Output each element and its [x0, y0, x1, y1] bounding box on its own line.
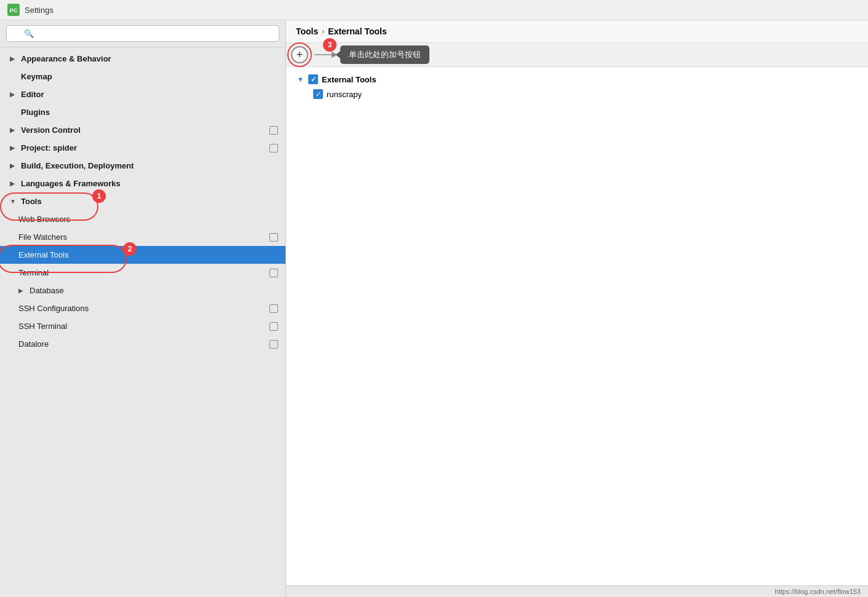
breadcrumb-part2: External Tools	[328, 26, 386, 36]
add-tool-button[interactable]: +	[291, 46, 308, 63]
sidebar-item-appearance[interactable]: ▶ Appearance & Behavior	[0, 50, 285, 68]
sidebar-item-version-control[interactable]: ▶ Version Control	[0, 121, 285, 139]
arrow-icon: ▶	[10, 127, 17, 133]
badge-icon	[269, 126, 278, 135]
breadcrumb-separator: ›	[322, 27, 324, 36]
add-btn-wrapper: +	[291, 46, 308, 63]
sidebar-label: Project: spider	[21, 143, 269, 152]
main-panel: Tools › External Tools +	[286, 20, 868, 597]
sidebar-item-terminal[interactable]: Terminal	[0, 264, 285, 282]
tree-area: ▼ ✓ External Tools ✓ runscrapy	[286, 67, 868, 585]
tree-item-checkbox[interactable]: ✓	[313, 89, 323, 99]
sidebar-item-ssh-terminal[interactable]: SSH Terminal	[0, 317, 285, 335]
tree-group: ▼ ✓ External Tools ✓ runscrapy	[293, 72, 861, 101]
settings-window: PC Settings 🔍 ▶ Appearance & Behavior	[0, 0, 868, 597]
arrow-icon: ▶	[10, 144, 17, 151]
svg-text:PC: PC	[10, 7, 18, 14]
tooltip-text: 单击此处的加号按钮	[349, 50, 421, 59]
sidebar-item-editor[interactable]: ▶ Editor	[0, 85, 285, 103]
breadcrumb-part1: Tools	[296, 26, 318, 36]
sidebar-item-database[interactable]: ▶ Database	[0, 282, 285, 299]
sidebar-label: SSH Configurations	[18, 304, 269, 313]
badge-icon	[269, 144, 278, 152]
sidebar-label: External Tools	[18, 250, 278, 259]
sidebar-label: Web Browsers	[18, 215, 278, 224]
tree-item-label: runscrapy	[327, 90, 362, 99]
sidebar-item-build[interactable]: ▶ Build, Execution, Deployment	[0, 157, 285, 175]
window-title: Settings	[25, 6, 54, 15]
search-input[interactable]	[6, 25, 279, 42]
sidebar-label: Keymap	[21, 72, 278, 81]
badge-icon	[269, 322, 278, 331]
annotation-arrow	[313, 46, 338, 63]
sidebar-label: Plugins	[21, 108, 278, 117]
sidebar-item-web-browsers[interactable]: Web Browsers	[0, 210, 285, 228]
sidebar-item-keymap[interactable]: ▶ Keymap	[0, 68, 285, 85]
badge-icon	[269, 269, 278, 277]
sidebar-label: Version Control	[21, 125, 269, 135]
arrow-icon: ▶	[10, 162, 17, 169]
status-url: https://blog.csdn.net/flow153	[775, 588, 861, 595]
sidebar-label: Tools	[21, 197, 278, 206]
content-area: 🔍 ▶ Appearance & Behavior ▶ Keymap ▶	[0, 20, 868, 597]
arrow-icon: ▶	[10, 55, 17, 62]
sidebar-label: Appearance & Behavior	[21, 54, 278, 63]
badge-icon	[269, 304, 278, 313]
search-container: 🔍	[0, 20, 285, 47]
sidebar-item-external-tools[interactable]: External Tools	[0, 246, 285, 264]
sidebar-item-plugins[interactable]: ▶ Plugins	[0, 103, 285, 121]
sidebar: 🔍 ▶ Appearance & Behavior ▶ Keymap ▶	[0, 20, 286, 597]
external-tools-row-wrapper: External Tools 2	[0, 246, 285, 264]
sidebar-nav: ▶ Appearance & Behavior ▶ Keymap ▶ Edito…	[0, 47, 285, 597]
sidebar-label: Terminal	[18, 268, 269, 277]
app-icon: PC	[7, 4, 20, 16]
sidebar-label: SSH Terminal	[18, 322, 269, 331]
sidebar-label: Editor	[21, 90, 278, 99]
search-wrapper: 🔍	[6, 25, 279, 42]
sidebar-item-datalore[interactable]: Datalore	[0, 335, 285, 353]
sidebar-label: Build, Execution, Deployment	[21, 161, 278, 170]
arrow-icon: ▶	[10, 180, 17, 187]
tree-item[interactable]: ✓ runscrapy	[293, 87, 861, 101]
sidebar-item-ssh-config[interactable]: SSH Configurations	[0, 299, 285, 317]
breadcrumb: Tools › External Tools	[286, 20, 868, 43]
toolbar: + 单击此处的加号按钮 3	[286, 43, 868, 67]
title-bar: PC Settings	[0, 0, 868, 20]
tooltip: 单击此处的加号按钮	[340, 45, 429, 64]
sidebar-item-file-watchers[interactable]: File Watchers	[0, 228, 285, 246]
tools-row-wrapper: ▼ Tools 1	[0, 192, 285, 210]
status-bar: https://blog.csdn.net/flow153	[286, 585, 868, 597]
tree-group-checkbox[interactable]: ✓	[308, 74, 318, 84]
badge-icon	[269, 340, 278, 349]
sidebar-item-languages[interactable]: ▶ Languages & Frameworks	[0, 175, 285, 192]
sidebar-label: Database	[30, 286, 278, 295]
tree-group-label: External Tools	[322, 75, 376, 84]
sidebar-item-tools[interactable]: ▼ Tools	[0, 192, 285, 210]
tooltip-arrow	[336, 51, 340, 58]
arrow-icon: ▶	[18, 287, 26, 294]
sidebar-label: File Watchers	[18, 232, 269, 242]
tree-expand-icon: ▼	[297, 76, 305, 83]
tree-group-header[interactable]: ▼ ✓ External Tools	[293, 72, 861, 87]
arrow-icon: ▶	[10, 91, 17, 98]
badge-icon	[269, 233, 278, 242]
sidebar-item-project[interactable]: ▶ Project: spider	[0, 139, 285, 157]
arrow-icon: ▼	[10, 198, 17, 205]
sidebar-label: Datalore	[18, 339, 269, 349]
sidebar-label: Languages & Frameworks	[21, 179, 278, 188]
